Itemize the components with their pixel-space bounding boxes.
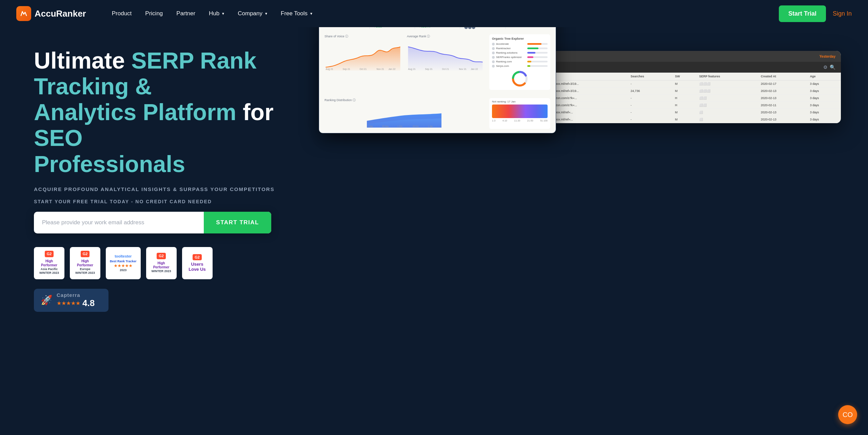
- yesterday-label: Yesterday: [820, 55, 835, 58]
- svg-text:1 Jan: 1 Jan: [428, 125, 433, 127]
- chevron-down-icon: ▾: [222, 11, 224, 16]
- chevron-down-icon: ▾: [265, 11, 267, 16]
- chevron-down-icon: ▾: [310, 11, 312, 16]
- filter-icon[interactable]: ⚙: [823, 64, 828, 70]
- col-url: URL: [547, 73, 628, 80]
- hero-right: app.accuranker.com Yesterday Keywords Ov…: [326, 48, 841, 123]
- hero-section: Ultimate SERP Rank Tracking &Analytics P…: [0, 27, 868, 332]
- logo-icon: [16, 6, 31, 21]
- nav-product[interactable]: Product: [106, 7, 137, 20]
- avg-rank-chart: Average Rank ⓘ Aug 21 Sep 21 Oct 21: [407, 34, 484, 90]
- dist-chart-svg: 1 Sep 15 Sep 1 Oct 15 Oct 1 Jan: [324, 104, 484, 128]
- col-serp: SERP features: [696, 73, 758, 80]
- sov-chart: Share of Voice ⓘ Aug 21 Sep 21 Oct 21: [324, 34, 401, 90]
- svg-text:Oct 21: Oct 21: [442, 68, 449, 70]
- g2-label: G2: [157, 253, 166, 259]
- tree-item: SERPranks optimizer: [492, 56, 548, 59]
- capterra-info: Capterra ★★★★★ 4.8: [57, 292, 95, 308]
- svg-text:Nov 21: Nov 21: [459, 68, 467, 70]
- email-input[interactable]: [34, 212, 204, 233]
- col-age: Age: [807, 73, 841, 80]
- start-trial-form-button[interactable]: START TRIAL: [204, 212, 271, 233]
- email-form: START TRIAL: [34, 212, 271, 233]
- tree-item: Ranking.com: [492, 60, 548, 63]
- g2-label: G2: [81, 251, 90, 257]
- badge-high-performer-winter: G2 HighPerformer WINTER 2023: [146, 247, 177, 279]
- svg-text:Aug 21: Aug 21: [326, 68, 333, 71]
- capterra-badge: 🚀 Capterra ★★★★★ 4.8: [34, 289, 108, 312]
- hero-title: Ultimate SERP Rank Tracking &Analytics P…: [34, 48, 312, 177]
- nav-company[interactable]: Company ▾: [232, 7, 273, 20]
- svg-text:Nov 21: Nov 21: [377, 68, 384, 70]
- svg-text:Aug 21: Aug 21: [408, 68, 416, 71]
- hero-subtitle: ACQUIRE PROFOUND ANALYTICAL INSIGHTS & S…: [34, 186, 312, 192]
- nav-pricing[interactable]: Pricing: [140, 7, 168, 20]
- tree-item: Serps.com: [492, 64, 548, 68]
- tree-item: Ranktracker: [492, 47, 548, 50]
- search-icon[interactable]: 🔍: [830, 64, 835, 70]
- logo-link[interactable]: AccuRanker: [16, 6, 86, 21]
- nav-sign-in-button[interactable]: Sign In: [833, 10, 852, 17]
- badge-high-performer-europe: G2 HighPerformer Europe WINTER 2023: [70, 247, 100, 279]
- capterra-rocket-icon: 🚀: [41, 295, 53, 306]
- svg-text:Oct 21: Oct 21: [360, 68, 367, 70]
- badge-tooltester: tooltester Best Rank Tracker ★★★★★ 2023: [106, 247, 141, 279]
- radial-chart: [511, 70, 528, 87]
- awards-badges: G2 HighPerformer Asia Pacific WINTER 202…: [34, 247, 312, 279]
- g2-label: G2: [45, 251, 54, 257]
- organic-tree-panel: Organic Tree Explorer Accelerate Ranktra…: [489, 34, 550, 90]
- charts-row: Share of Voice ⓘ Aug 21 Sep 21 Oct 21: [319, 32, 556, 95]
- svg-text:Jan 22: Jan 22: [471, 68, 478, 70]
- col-created: Created At: [758, 73, 807, 80]
- logo-text: AccuRanker: [35, 8, 86, 19]
- nav-links: Product Pricing Partner Hub ▾ Company ▾ …: [106, 7, 779, 20]
- svg-text:1 Oct: 1 Oct: [397, 125, 402, 127]
- nav-partner[interactable]: Partner: [171, 7, 201, 20]
- ranking-dist-chart: Ranking Distribution ⓘ: [324, 98, 484, 129]
- g2-label: G2: [193, 254, 202, 260]
- rank-dist-legend: Not ranking: 17 Jan 1-3 4-10 11-20 21-50…: [489, 98, 550, 129]
- svg-text:Sep 21: Sep 21: [425, 68, 433, 71]
- hero-left: Ultimate SERP Rank Tracking &Analytics P…: [34, 48, 312, 312]
- chat-button[interactable]: CO: [838, 405, 857, 424]
- badge-users-love-us: G2 UsersLove Us: [182, 247, 213, 279]
- sov-chart-svg: Aug 21 Sep 21 Oct 21 Nov 21 Jan 22: [324, 40, 401, 71]
- tree-item: Accelerate: [492, 42, 548, 45]
- svg-text:Sep 21: Sep 21: [343, 68, 350, 71]
- tree-item: Ranking.solutions: [492, 51, 548, 54]
- svg-text:15 Oct: 15 Oct: [413, 125, 419, 127]
- nav-cta: Start Trial Sign In: [779, 5, 852, 22]
- avg-rank-chart-svg: Aug 21 Sep 21 Oct 21 Nov 21 Jan 22: [407, 40, 484, 71]
- col-searches: Searches: [628, 73, 672, 80]
- nav-start-trial-button[interactable]: Start Trial: [779, 5, 826, 22]
- ranking-dist-row: Ranking Distribution ⓘ: [319, 95, 556, 133]
- badge-high-performer-asia-pacific: G2 HighPerformer Asia Pacific WINTER 202…: [34, 247, 64, 279]
- main-nav: AccuRanker Product Pricing Partner Hub ▾…: [0, 0, 868, 27]
- svg-text:Jan 22: Jan 22: [389, 68, 396, 70]
- nav-free-tools[interactable]: Free Tools ▾: [275, 7, 318, 20]
- hero-cta-label: START YOUR FREE TRIAL TODAY - NO CREDIT …: [34, 199, 312, 204]
- nav-hub[interactable]: Hub ▾: [203, 7, 230, 20]
- svg-text:1 Sep: 1 Sep: [368, 125, 373, 127]
- col-sw: SW: [672, 73, 696, 80]
- svg-text:15 Sep: 15 Sep: [382, 125, 389, 127]
